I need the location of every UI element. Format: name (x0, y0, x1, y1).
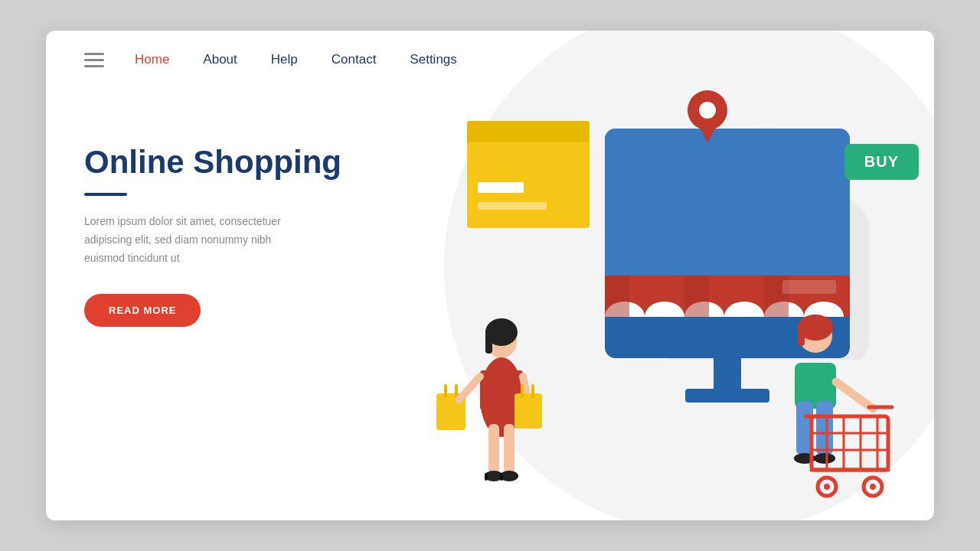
nav-link-contact[interactable]: Contact (332, 52, 377, 67)
navigation: Home About Help Contact Settings (46, 31, 934, 67)
hero-description: Lorem ipsum dolor sit amet, consectetuer… (84, 213, 314, 267)
svg-rect-33 (485, 473, 488, 481)
hamburger-menu[interactable] (84, 53, 104, 67)
svg-rect-28 (531, 384, 534, 398)
monitor-card-detail (782, 280, 836, 294)
svg-rect-34 (500, 473, 503, 481)
nav-item-help[interactable]: Help (271, 52, 298, 67)
svg-point-56 (824, 484, 830, 490)
buy-badge[interactable]: BUY (844, 144, 919, 180)
svg-rect-30 (504, 424, 514, 474)
nav-item-about[interactable]: About (203, 52, 237, 67)
package-body (467, 121, 590, 228)
nav-item-contact[interactable]: Contact (332, 52, 377, 67)
svg-rect-21 (485, 329, 492, 354)
hero-illustration: BUY (406, 113, 896, 511)
read-more-button[interactable]: READ MORE (84, 294, 201, 327)
nav-link-help[interactable]: Help (271, 52, 298, 67)
nav-link-about[interactable]: About (203, 52, 237, 67)
nav-item-home[interactable]: Home (135, 52, 169, 67)
nav-links: Home About Help Contact Settings (135, 52, 457, 67)
svg-rect-26 (514, 393, 542, 429)
woman1-illustration (436, 294, 544, 496)
package-sublabel (478, 202, 547, 210)
hero-text: Online Shopping Lorem ipsum dolor sit am… (84, 113, 406, 327)
pin-svg (688, 90, 727, 144)
nav-link-home[interactable]: Home (135, 52, 169, 67)
svg-rect-10 (605, 276, 629, 317)
svg-rect-18 (455, 384, 458, 398)
woman1-svg (436, 294, 544, 493)
monitor-stand (714, 358, 741, 392)
svg-rect-17 (444, 384, 447, 398)
package-label (478, 182, 524, 193)
svg-rect-27 (521, 384, 524, 398)
location-pin (688, 90, 727, 147)
package-top (467, 121, 590, 142)
hero-section: Online Shopping Lorem ipsum dolor sit am… (46, 67, 934, 496)
monitor-base (685, 389, 769, 403)
nav-item-settings[interactable]: Settings (410, 52, 456, 67)
hero-divider (84, 193, 127, 196)
shopping-cart (804, 401, 903, 504)
cart-svg (804, 401, 903, 500)
svg-point-57 (870, 484, 876, 490)
hero-title: Online Shopping (84, 144, 406, 181)
svg-rect-11 (684, 276, 709, 317)
svg-line-24 (459, 377, 480, 399)
svg-rect-37 (798, 324, 805, 346)
nav-link-settings[interactable]: Settings (410, 52, 456, 67)
package-box (467, 121, 590, 228)
monitor-screen (605, 129, 850, 317)
svg-marker-15 (697, 122, 718, 142)
page-container: Home About Help Contact Settings Online … (46, 31, 934, 520)
svg-rect-29 (488, 424, 499, 474)
svg-point-14 (699, 102, 716, 119)
